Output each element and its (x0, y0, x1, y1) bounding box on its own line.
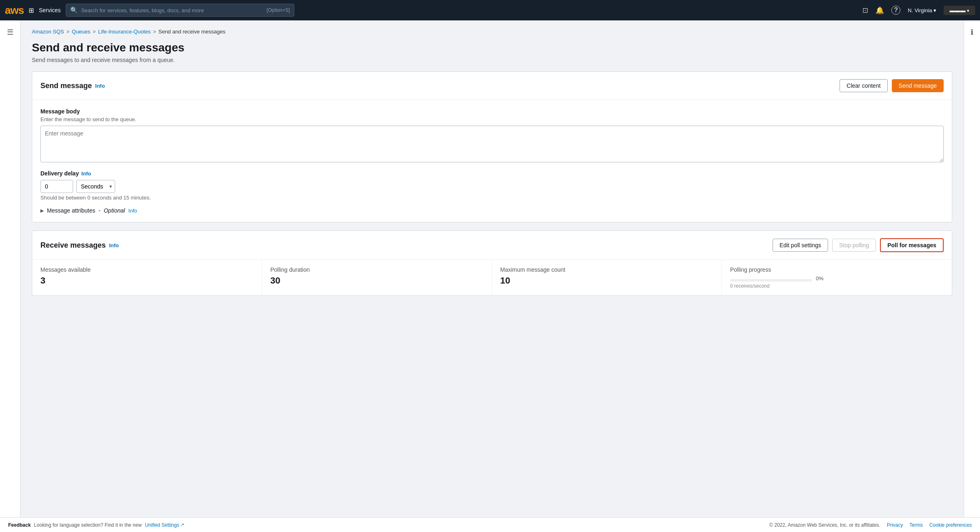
delivery-delay-info-link[interactable]: Info (81, 171, 91, 177)
right-info-icon[interactable]: ℹ (971, 28, 973, 37)
attributes-optional-text: Optional (104, 207, 125, 214)
delay-unit-select[interactable]: Seconds Minutes (76, 180, 115, 193)
message-body-label: Message body (40, 108, 944, 115)
page-subtitle: Send messages to and receive messages fr… (32, 57, 952, 63)
help-icon[interactable]: ? (891, 6, 900, 15)
footer-copyright: © 2022, Amazon Web Services, Inc. or its… (769, 522, 880, 528)
main-content: Amazon SQS > Queues > Life-Insurance-Quo… (20, 20, 964, 517)
breadcrumb-sep-2: > (93, 29, 96, 35)
send-message-info-link[interactable]: Info (95, 83, 105, 89)
bell-icon[interactable]: 🔔 (875, 6, 884, 15)
terms-link[interactable]: Terms (909, 522, 923, 528)
stats-grid: Messages available 3 Polling duration 30… (32, 259, 952, 295)
delay-number-input[interactable] (40, 180, 73, 193)
breadcrumb-sep-3: > (153, 29, 156, 35)
receive-messages-actions: Edit poll settings Stop polling Poll for… (773, 238, 944, 252)
aws-logo-mark: aws (5, 5, 24, 16)
feedback-button[interactable]: Feedback (8, 522, 31, 528)
search-icon: 🔍 (70, 7, 78, 14)
send-message-title: Send message Info (40, 82, 105, 90)
attributes-triangle-icon: ▶ (40, 208, 44, 213)
attributes-dash: - (98, 207, 100, 214)
footer-right: © 2022, Amazon Web Services, Inc. or its… (769, 522, 972, 528)
max-message-count-label: Maximum message count (500, 266, 713, 273)
services-button[interactable]: Services (39, 7, 61, 13)
polling-duration-stat: Polling duration 30 (262, 260, 492, 295)
polling-duration-label: Polling duration (270, 266, 483, 273)
max-message-count-value: 10 (500, 275, 713, 286)
send-message-button[interactable]: Send message (892, 79, 944, 92)
footer-notice: Looking for language selection? Find it … (34, 522, 142, 528)
receives-per-second: 0 receives/second (730, 283, 944, 289)
clear-content-button[interactable]: Clear content (840, 79, 887, 92)
delay-hint: Should be between 0 seconds and 15 minut… (40, 195, 944, 201)
user-button[interactable]: ▬▬▬ ▾ (944, 6, 975, 15)
poll-for-messages-button[interactable]: Poll for messages (880, 238, 944, 252)
breadcrumb-current: Send and receive messages (158, 29, 225, 35)
messages-available-label: Messages available (40, 266, 254, 273)
unified-settings-link[interactable]: Unified Settings ↗ (145, 522, 184, 528)
attributes-info-link[interactable]: Info (128, 208, 137, 214)
breadcrumb-queues[interactable]: Queues (72, 29, 91, 35)
send-message-header: Send message Info Clear content Send mes… (32, 72, 952, 100)
message-body-textarea[interactable] (40, 126, 944, 162)
sidebar-toggle[interactable]: ☰ (0, 20, 20, 517)
cookie-preferences-link[interactable]: Cookie preferences (929, 522, 972, 528)
right-panel: ℹ (964, 20, 980, 517)
region-button[interactable]: N. Virginia ▾ (908, 7, 936, 13)
message-body-hint: Enter the message to send to the queue. (40, 116, 944, 122)
breadcrumb-sep-1: > (67, 29, 69, 35)
progress-bar-container (730, 279, 812, 282)
attributes-label-text: Message attributes (47, 207, 95, 214)
terminal-icon[interactable]: ⊡ (862, 6, 868, 15)
send-message-title-text: Send message (40, 82, 92, 90)
external-link-icon: ↗ (180, 522, 184, 528)
grid-icon[interactable]: ⊞ (29, 7, 34, 14)
receive-messages-info-link[interactable]: Info (109, 242, 119, 248)
send-message-body: Message body Enter the message to send t… (32, 100, 952, 222)
privacy-link[interactable]: Privacy (887, 522, 903, 528)
polling-progress-stat: Polling progress 0% 0 receives/second (722, 260, 952, 295)
breadcrumb-queue-name[interactable]: Life-Insurance-Quotes (98, 29, 151, 35)
menu-icon: ☰ (7, 28, 13, 37)
polling-progress-pct: 0% (816, 275, 824, 282)
receive-messages-header: Receive messages Info Edit poll settings… (32, 231, 952, 259)
receive-messages-title-text: Receive messages (40, 241, 106, 250)
delay-unit-wrapper: Seconds Minutes (76, 180, 115, 193)
stop-polling-button[interactable]: Stop polling (832, 239, 876, 252)
receive-messages-title: Receive messages Info (40, 241, 119, 250)
search-bar[interactable]: 🔍 [Option+S] (66, 4, 294, 17)
send-message-actions: Clear content Send message (840, 79, 944, 92)
page-title: Send and receive messages (32, 41, 952, 54)
max-message-count-stat: Maximum message count 10 (492, 260, 722, 295)
messages-available-stat: Messages available 3 (32, 260, 262, 295)
aws-logo[interactable]: aws (5, 5, 24, 16)
polling-progress-row: 0% (730, 275, 944, 282)
nav-icons: ⊡ 🔔 ? N. Virginia ▾ ▬▬▬ ▾ (862, 6, 975, 15)
footer: Feedback Looking for language selection?… (0, 517, 980, 532)
top-navigation: aws ⊞ Services 🔍 [Option+S] ⊡ 🔔 ? N. Vir… (0, 0, 980, 20)
delivery-delay-label: Delivery delay Info (40, 170, 944, 177)
search-shortcut: [Option+S] (267, 7, 290, 13)
search-input[interactable] (81, 7, 263, 13)
delay-inputs: Seconds Minutes (40, 180, 944, 193)
breadcrumb: Amazon SQS > Queues > Life-Insurance-Quo… (32, 29, 952, 35)
message-attributes-toggle[interactable]: ▶ Message attributes - Optional Info (40, 207, 944, 214)
footer-left: Feedback Looking for language selection?… (8, 522, 184, 528)
polling-progress-label: Polling progress (730, 266, 944, 273)
send-message-card: Send message Info Clear content Send mes… (32, 71, 952, 222)
receive-messages-card: Receive messages Info Edit poll settings… (32, 231, 952, 296)
breadcrumb-amazon-sqs[interactable]: Amazon SQS (32, 29, 64, 35)
polling-duration-value: 30 (270, 275, 483, 286)
edit-poll-settings-button[interactable]: Edit poll settings (773, 239, 828, 252)
messages-available-value: 3 (40, 275, 254, 286)
